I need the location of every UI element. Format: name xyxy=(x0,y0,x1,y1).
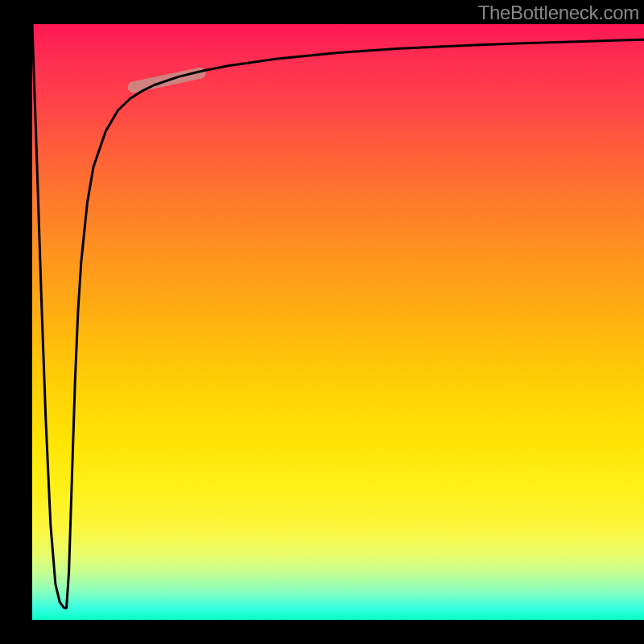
svg-rect-0 xyxy=(126,66,207,93)
highlight-marker xyxy=(126,66,207,93)
watermark-text: TheBottleneck.com xyxy=(478,2,639,24)
chart-svg xyxy=(32,24,644,620)
chart-plot-area xyxy=(32,24,644,620)
bottleneck-curve-line xyxy=(32,24,644,608)
